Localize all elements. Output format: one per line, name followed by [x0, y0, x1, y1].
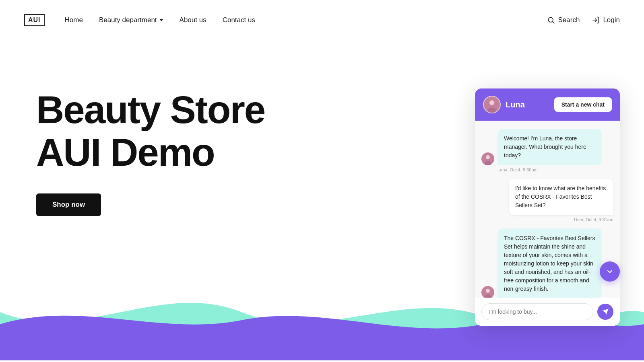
message-meta: User, Oct 4, 9:31am — [574, 217, 613, 222]
message-bubble: The COSRX - Favorites Best Sellers Set h… — [497, 228, 602, 298]
chat-messages: Welcome! I'm Luna, the store manager. Wh… — [475, 121, 620, 298]
svg-point-11 — [486, 289, 490, 293]
svg-point-6 — [490, 101, 493, 105]
hero-section: Beauty Store AUI Demo Shop now — [0, 40, 644, 362]
nav-contact[interactable]: Contact us — [223, 16, 255, 24]
svg-line-1 — [552, 21, 554, 23]
search-icon — [547, 16, 555, 24]
nav-links: Home Beauty department About us Contact … — [65, 16, 255, 24]
message-row: The COSRX - Favorites Best Sellers Set h… — [481, 228, 613, 298]
message-row: I'd like to know what are the benefits o… — [481, 179, 613, 222]
svg-point-0 — [548, 17, 553, 22]
send-button[interactable] — [597, 304, 613, 320]
message-bubble: Welcome! I'm Luna, the store manager. Wh… — [497, 129, 602, 165]
message-bubble: I'd like to know what are the benefits o… — [509, 179, 613, 215]
nav-home[interactable]: Home — [65, 16, 83, 24]
login-icon — [592, 16, 600, 24]
chat-header: Luna Start a new chat — [475, 88, 620, 121]
svg-point-8 — [486, 155, 490, 159]
search-button[interactable]: Search — [547, 16, 580, 24]
message-avatar — [481, 286, 494, 298]
message-meta: Luna, Oct 4, 9:30am — [481, 167, 538, 172]
message-bubble-wrap: I'd like to know what are the benefits o… — [509, 179, 613, 215]
chevron-down-icon — [605, 267, 614, 276]
scroll-down-button[interactable] — [600, 261, 620, 282]
logo[interactable]: AUI — [24, 14, 45, 26]
chat-input[interactable] — [481, 303, 593, 320]
shop-now-button[interactable]: Shop now — [36, 193, 101, 216]
message-bubble-wrap: Welcome! I'm Luna, the store manager. Wh… — [481, 129, 602, 165]
chevron-down-icon — [159, 19, 163, 21]
nav-right: Search Login — [547, 16, 620, 24]
navbar: AUI Home Beauty department About us Cont… — [0, 0, 644, 40]
nav-beauty-dept[interactable]: Beauty department — [99, 16, 163, 24]
chat-widget: Luna Start a new chat Welcome! I'm Lu — [475, 88, 620, 326]
login-button[interactable]: Login — [592, 16, 620, 24]
svg-point-5 — [488, 107, 496, 113]
message-avatar — [481, 152, 494, 165]
luna-avatar — [483, 96, 501, 113]
chat-header-left: Luna — [483, 96, 525, 113]
send-icon — [602, 308, 609, 315]
agent-name: Luna — [506, 100, 525, 109]
start-new-chat-button[interactable]: Start a new chat — [554, 97, 612, 112]
message-row: Welcome! I'm Luna, the store manager. Wh… — [481, 129, 613, 172]
nav-left: AUI Home Beauty department About us Cont… — [24, 14, 255, 26]
chat-input-area — [475, 298, 620, 326]
message-bubble-wrap: The COSRX - Favorites Best Sellers Set h… — [481, 228, 602, 298]
nav-about[interactable]: About us — [180, 16, 206, 24]
